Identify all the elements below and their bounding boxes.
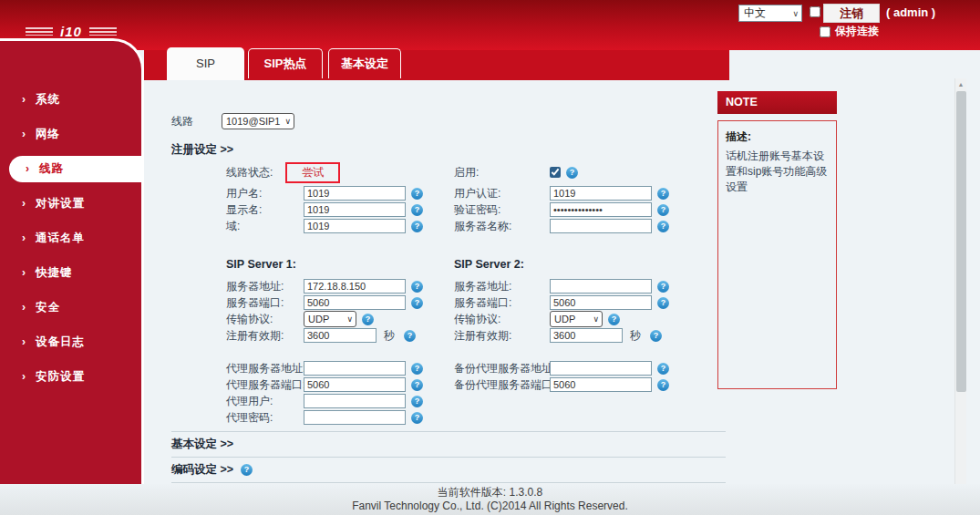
- server2-port-input[interactable]: [550, 295, 652, 310]
- form-row: 代理密码: ?: [171, 409, 727, 426]
- help-icon[interactable]: ?: [411, 363, 423, 375]
- server2-address-input[interactable]: [550, 279, 652, 294]
- proxy-address-label: 代理服务器地址:: [226, 361, 304, 376]
- help-icon[interactable]: ?: [411, 204, 423, 216]
- chevron-right-icon: ›: [22, 128, 26, 140]
- line-selector-label: 线路: [171, 114, 222, 129]
- proxy-user-label: 代理用户:: [226, 394, 304, 409]
- note-header: NOTE: [717, 91, 837, 114]
- server1-expire-input[interactable]: [304, 328, 377, 343]
- help-icon[interactable]: ?: [608, 314, 620, 325]
- help-icon[interactable]: ?: [411, 297, 423, 309]
- proxy-address-input[interactable]: [304, 361, 406, 376]
- language-select-value: 中文: [744, 5, 766, 21]
- sidebar-item-alert-settings[interactable]: ›安防设置: [0, 364, 141, 390]
- server1-transport-select[interactable]: UDP ∨: [304, 311, 356, 327]
- vertical-scrollbar[interactable]: ▲: [954, 78, 966, 490]
- help-icon[interactable]: ?: [411, 188, 423, 200]
- enable-checkbox[interactable]: [550, 167, 561, 178]
- sip-server-1-title: SIP Server 1:: [226, 258, 454, 271]
- server1-transport-label: 传输协议:: [226, 312, 304, 327]
- backup-proxy-address-input[interactable]: [550, 361, 652, 376]
- tab-basic-settings[interactable]: 基本设定: [328, 48, 401, 78]
- display-name-label: 显示名:: [226, 202, 304, 218]
- basic-settings-section[interactable]: 基本设定 >>: [171, 431, 726, 457]
- help-icon[interactable]: ?: [411, 379, 423, 391]
- proxy-user-input[interactable]: [304, 394, 406, 408]
- sidebar-item-security[interactable]: ›安全: [0, 294, 141, 321]
- auth-password-input[interactable]: [550, 202, 652, 217]
- keep-connection-checkbox[interactable]: [820, 26, 830, 37]
- line-select[interactable]: 1019@SIP1 ∨: [222, 113, 294, 129]
- server1-port-label: 服务器端口:: [226, 295, 304, 311]
- proxy-password-input[interactable]: [304, 410, 406, 425]
- chevron-right-icon: ›: [22, 93, 26, 106]
- chevron-right-icon: ›: [22, 266, 26, 279]
- server2-expire-input[interactable]: [550, 328, 623, 343]
- sidebar-item-line[interactable]: ›线路: [9, 156, 141, 182]
- codec-settings-section[interactable]: 编码设定 >> ?: [171, 457, 726, 482]
- server2-transport-label: 传输协议:: [454, 312, 550, 327]
- sidebar-item-call-list[interactable]: ›通话名单: [0, 225, 141, 252]
- scroll-up-icon[interactable]: ▲: [955, 78, 966, 88]
- help-icon[interactable]: ?: [411, 281, 423, 293]
- help-icon[interactable]: ?: [657, 363, 669, 375]
- sidebar-item-label: 快捷键: [36, 266, 73, 279]
- server-name-input[interactable]: [550, 219, 652, 233]
- help-icon[interactable]: ?: [657, 188, 669, 200]
- sidebar-item-system[interactable]: ›系统: [0, 87, 141, 113]
- proxy-port-input[interactable]: [304, 377, 406, 392]
- status-row: 线路状态: 尝试 启用: ?: [171, 163, 727, 181]
- language-select[interactable]: 中文 ∨: [738, 5, 802, 22]
- server1-address-input[interactable]: [304, 279, 406, 294]
- display-name-input[interactable]: [304, 202, 406, 217]
- header-checkbox[interactable]: [810, 6, 820, 17]
- codec-settings-title: 编码设定 >>: [171, 462, 233, 478]
- auth-user-input[interactable]: [550, 186, 652, 201]
- help-icon[interactable]: ?: [362, 314, 374, 325]
- server2-transport-select[interactable]: UDP ∨: [550, 311, 603, 327]
- logout-button[interactable]: 注销: [823, 4, 880, 23]
- server2-expire-label: 注册有效期:: [454, 328, 550, 344]
- help-icon[interactable]: ?: [657, 221, 669, 232]
- help-icon[interactable]: ?: [404, 330, 416, 342]
- server1-port-input[interactable]: [304, 295, 406, 310]
- username-input[interactable]: [304, 186, 406, 201]
- keep-connection-label: 保持连接: [835, 24, 879, 39]
- chevron-down-icon: ∨: [792, 9, 799, 18]
- note-desc-label: 描述:: [726, 129, 829, 145]
- help-icon[interactable]: ?: [650, 330, 662, 342]
- chevron-down-icon: ∨: [346, 314, 353, 324]
- tab-sip[interactable]: SIP: [167, 47, 244, 80]
- backup-proxy-port-label: 备份代理服务器端口:: [454, 377, 550, 393]
- sidebar-item-intercom-settings[interactable]: ›对讲设置: [0, 191, 141, 217]
- sidebar-item-network[interactable]: ›网络: [0, 121, 141, 148]
- tab-sip-hotspot[interactable]: SIP热点: [248, 48, 323, 78]
- realm-input[interactable]: [304, 219, 406, 233]
- server1-expire-label: 注册有效期:: [226, 328, 304, 344]
- form-row: 代理用户: ?: [171, 393, 727, 409]
- chevron-down-icon: ∨: [593, 314, 599, 324]
- sidebar-item-label: 网络: [36, 128, 60, 140]
- help-icon[interactable]: ?: [657, 379, 669, 391]
- help-icon[interactable]: ?: [411, 221, 423, 232]
- help-icon[interactable]: ?: [657, 281, 669, 293]
- help-icon[interactable]: ?: [241, 464, 253, 476]
- backup-proxy-port-input[interactable]: [550, 377, 652, 392]
- scrollbar-thumb[interactable]: [956, 91, 966, 392]
- main-content: 线路 1019@SIP1 ∨ 注册设定 >> 线路状态: 尝试 启用: ? 用户…: [144, 80, 727, 508]
- help-icon[interactable]: ?: [566, 167, 578, 179]
- help-icon[interactable]: ?: [657, 204, 669, 216]
- brand-logo: i10: [26, 24, 117, 39]
- keep-connection-wrap: 保持连接: [820, 24, 879, 39]
- server2-port-label: 服务器端口:: [454, 295, 550, 311]
- help-icon[interactable]: ?: [657, 297, 669, 309]
- help-icon[interactable]: ?: [411, 396, 423, 407]
- logo-stripes-icon: [89, 27, 117, 36]
- chevron-right-icon: ›: [26, 162, 30, 175]
- sidebar-item-device-log[interactable]: ›设备日志: [0, 329, 141, 355]
- help-icon[interactable]: ?: [411, 412, 423, 424]
- register-settings-title[interactable]: 注册设定 >>: [171, 142, 727, 158]
- form-row: 代理服务器地址: ? 备份代理服务器地址: ?: [171, 360, 727, 376]
- sidebar-item-function-key[interactable]: ›快捷键: [0, 260, 141, 286]
